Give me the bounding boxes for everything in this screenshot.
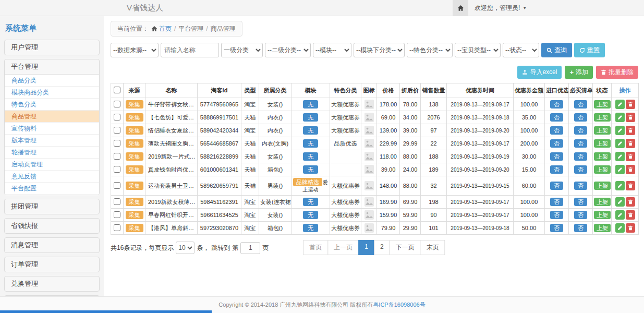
status-select[interactable]: --状态-- xyxy=(503,43,539,57)
reset-button[interactable]: 重置 xyxy=(574,43,605,57)
page-button[interactable]: 2 xyxy=(374,240,390,255)
delete-button[interactable] xyxy=(626,181,635,190)
sidebar-item[interactable]: 启动页管理 xyxy=(5,159,99,171)
sidebar-item[interactable]: 特色分类 xyxy=(5,99,99,111)
icp-link[interactable]: 粤ICP备16098006号 xyxy=(373,302,425,308)
import-select-toggle[interactable]: 否 xyxy=(550,113,563,122)
add-button[interactable]: + 添加 xyxy=(565,66,593,79)
special-category-select[interactable]: --特色分类-- xyxy=(407,43,453,57)
import-select-toggle[interactable]: 否 xyxy=(550,165,563,174)
must-buy-toggle[interactable]: 否 xyxy=(574,211,587,219)
sidebar-group-header[interactable]: 省钱快报 xyxy=(5,219,99,233)
row-checkbox[interactable] xyxy=(114,166,120,173)
status-button[interactable]: 上架 xyxy=(594,211,611,219)
delete-button[interactable] xyxy=(626,152,635,161)
status-button[interactable]: 上架 xyxy=(594,224,611,232)
row-checkbox[interactable] xyxy=(114,114,120,121)
import-select-toggle[interactable]: 否 xyxy=(550,198,563,206)
edit-button[interactable] xyxy=(615,139,625,148)
page-button[interactable]: 首页 xyxy=(303,240,328,255)
must-buy-toggle[interactable]: 否 xyxy=(574,224,587,232)
sidebar-item[interactable]: 模块商品分类 xyxy=(5,87,99,99)
must-buy-toggle[interactable]: 否 xyxy=(574,152,587,161)
status-button[interactable]: 上架 xyxy=(594,113,611,122)
breadcrumb-item[interactable]: 平台管理 xyxy=(178,25,203,33)
import-select-toggle[interactable]: 否 xyxy=(550,182,563,190)
level1-category-select[interactable]: 一级分类 xyxy=(221,43,263,57)
breadcrumb-home-link[interactable]: 首页 xyxy=(151,25,172,33)
delete-button[interactable] xyxy=(626,100,635,109)
delete-button[interactable] xyxy=(626,126,635,135)
status-button[interactable]: 上架 xyxy=(594,139,611,148)
edit-button[interactable] xyxy=(615,181,625,190)
delete-button[interactable] xyxy=(626,165,635,174)
edit-button[interactable] xyxy=(615,126,625,135)
import-select-toggle[interactable]: 否 xyxy=(550,126,563,135)
search-button[interactable]: 查询 xyxy=(541,43,572,57)
row-checkbox[interactable] xyxy=(114,211,120,218)
select-all-checkbox[interactable] xyxy=(114,87,120,93)
home-button[interactable] xyxy=(453,0,468,16)
status-button[interactable]: 上架 xyxy=(594,100,611,109)
page-button[interactable]: 末页 xyxy=(420,240,445,255)
import-select-toggle[interactable]: 否 xyxy=(550,224,563,232)
data-source-select[interactable]: --数据来源-- xyxy=(111,43,159,57)
delete-button[interactable] xyxy=(626,139,635,148)
item-type-select[interactable]: --宝贝类型-- xyxy=(455,43,501,57)
page-button[interactable]: 上一页 xyxy=(327,240,359,255)
level2-category-select[interactable]: --二级分类-- xyxy=(265,43,311,57)
batch-delete-button[interactable]: 批量删除 xyxy=(596,66,638,79)
edit-button[interactable] xyxy=(615,100,625,109)
per-page-select[interactable]: 10 xyxy=(176,242,195,254)
row-checkbox[interactable] xyxy=(114,182,120,189)
edit-button[interactable] xyxy=(615,113,625,122)
import-select-toggle[interactable]: 否 xyxy=(550,139,563,148)
sidebar-item[interactable]: 商品管理 xyxy=(5,111,99,123)
delete-button[interactable] xyxy=(626,223,635,233)
sidebar-item[interactable]: 平台配置 xyxy=(5,183,99,195)
sidebar-item[interactable]: 版本管理 xyxy=(5,135,99,147)
edit-button[interactable] xyxy=(615,197,625,207)
must-buy-toggle[interactable]: 否 xyxy=(574,139,587,148)
sidebar-item[interactable]: 意见反馈 xyxy=(5,171,99,183)
edit-button[interactable] xyxy=(615,165,625,174)
must-buy-toggle[interactable]: 否 xyxy=(574,198,587,206)
status-button[interactable]: 上架 xyxy=(594,182,611,190)
must-buy-toggle[interactable]: 否 xyxy=(574,113,587,122)
name-input[interactable] xyxy=(161,43,219,57)
sidebar-group-header[interactable]: 订单管理 xyxy=(5,257,99,272)
row-checkbox[interactable] xyxy=(114,198,120,205)
import-select-toggle[interactable]: 否 xyxy=(550,211,563,219)
jump-page-input[interactable] xyxy=(240,242,260,254)
sidebar-item[interactable]: 轮播管理 xyxy=(5,147,99,159)
page-button[interactable]: 下一页 xyxy=(390,240,421,255)
row-checkbox[interactable] xyxy=(114,224,120,231)
must-buy-toggle[interactable]: 否 xyxy=(574,126,587,135)
sidebar-group-header[interactable]: 兑换管理 xyxy=(5,276,99,291)
delete-button[interactable] xyxy=(626,113,635,122)
status-button[interactable]: 上架 xyxy=(594,165,611,174)
module-subcategory-select[interactable]: --模块下分类-- xyxy=(354,43,405,57)
module-select[interactable]: --模块-- xyxy=(313,43,351,57)
sidebar-group-header[interactable]: 消息管理 xyxy=(5,238,99,252)
user-menu[interactable]: 欢迎您，管理员! ▼ xyxy=(475,4,527,13)
must-buy-toggle[interactable]: 否 xyxy=(574,182,587,190)
sidebar-group-header[interactable]: 拼团管理 xyxy=(5,199,99,214)
row-checkbox[interactable] xyxy=(114,153,120,160)
import-excel-button[interactable]: 导入excel xyxy=(517,66,562,79)
row-checkbox[interactable] xyxy=(114,127,120,134)
edit-button[interactable] xyxy=(615,210,625,220)
delete-button[interactable] xyxy=(626,197,635,207)
status-button[interactable]: 上架 xyxy=(594,126,611,135)
sidebar-item[interactable]: 宣传物料 xyxy=(5,123,99,135)
row-checkbox[interactable] xyxy=(114,140,120,147)
must-buy-toggle[interactable]: 否 xyxy=(574,165,587,174)
import-select-toggle[interactable]: 否 xyxy=(550,100,563,109)
jump-link[interactable]: 跳转到 xyxy=(211,244,230,252)
sidebar-item[interactable]: 商品分类 xyxy=(5,75,99,87)
sidebar-group-header[interactable]: 平台管理 xyxy=(5,59,99,74)
edit-button[interactable] xyxy=(615,152,625,161)
status-button[interactable]: 上架 xyxy=(594,198,611,206)
sidebar-group-header[interactable]: 用户管理 xyxy=(5,40,99,55)
page-button[interactable]: 1 xyxy=(358,240,374,255)
